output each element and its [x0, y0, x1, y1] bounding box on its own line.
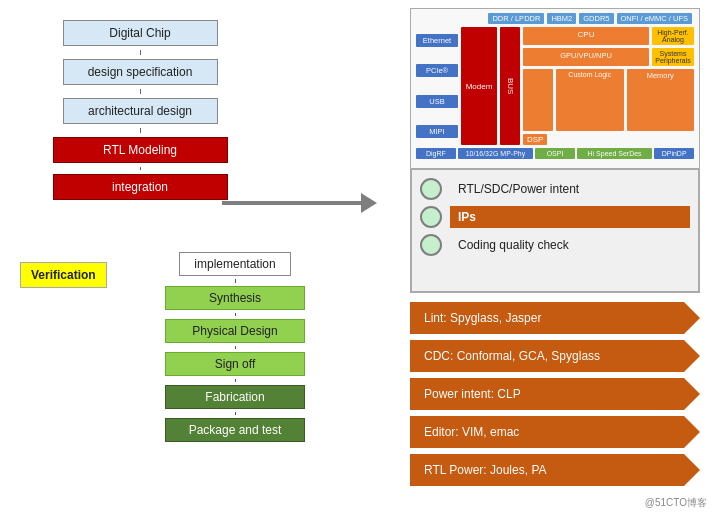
impl-package-test: Package and test — [165, 418, 305, 442]
impl-physical-design: Physical Design — [165, 319, 305, 343]
chip-modem: Modem — [461, 27, 497, 145]
rtl-panel: RTL/SDC/Power intent IPs Coding quality … — [410, 168, 700, 293]
chip-dsp-label: DSP — [523, 134, 547, 145]
chip-label-ddr: DDR / LPDDR — [488, 13, 544, 24]
chip-hiserdes: Hi Speed SerDes — [577, 148, 652, 159]
chip-gpu: GPU/VPU/NPU — [523, 48, 649, 66]
rtl-circle-1 — [420, 206, 442, 228]
chip-bus: BUS — [500, 27, 520, 145]
flow-digital-chip: Digital Chip — [63, 20, 218, 46]
chip-systems: Systems Peripherals — [652, 48, 694, 66]
chip-eth: Ethernet — [416, 34, 458, 47]
rtl-label-0: RTL/SDC/Power intent — [450, 178, 690, 200]
chip-high-perf: High-Perf. Analog — [652, 27, 694, 45]
implementation-col: implementation Synthesis Physical Design… — [155, 252, 315, 442]
rtl-row-2: Coding quality check — [420, 234, 690, 256]
chip-cpu: CPU — [523, 27, 649, 45]
right-arrows-col: Lint: Spyglass, Jasper CDC: Conformal, G… — [410, 302, 700, 486]
chip-mpphy: 10/16/32G MP-Phy — [458, 148, 533, 159]
impl-label: implementation — [179, 252, 290, 276]
impl-fabrication: Fabrication — [165, 385, 305, 409]
chip-dsp — [523, 69, 553, 131]
flow-integration: integration — [53, 174, 228, 200]
impl-synthesis: Synthesis — [165, 286, 305, 310]
flow-arch-design: architectural design — [63, 98, 218, 124]
chip-pcie: PCIe® — [416, 64, 458, 77]
impl-sign-off: Sign off — [165, 352, 305, 376]
flow-design-spec: design specification — [63, 59, 218, 85]
rtl-row-1: IPs — [420, 206, 690, 228]
main-arrow — [222, 188, 377, 218]
chip-dpindp: DPinDP — [654, 148, 694, 159]
rtl-label-2: Coding quality check — [450, 234, 690, 256]
rtl-circle-0 — [420, 178, 442, 200]
chip-memory: Memory — [627, 69, 695, 131]
chip-ospi: OSPI — [535, 148, 575, 159]
chip-diagram: DDR / LPDDR HBM2 GDDR5 ONFI / eMMC / UFS… — [410, 8, 700, 193]
arrow-lint: Lint: Spyglass, Jasper — [410, 302, 700, 334]
flow-rtl-modeling: RTL Modeling — [53, 137, 228, 163]
chip-usb: USB — [416, 95, 458, 108]
arrow-cdc: CDC: Conformal, GCA, Spyglass — [410, 340, 700, 372]
arrow-editor: Editor: VIM, emac — [410, 416, 700, 448]
chip-digrf: DigRF — [416, 148, 456, 159]
arrow-rtl-power: RTL Power: Joules, PA — [410, 454, 700, 486]
chip-label-gddr: GDDR5 — [579, 13, 613, 24]
arrow-power-intent: Power intent: CLP — [410, 378, 700, 410]
verification-box: Verification — [20, 262, 107, 288]
chip-mipi: MIPI — [416, 125, 458, 138]
chip-label-onfi: ONFI / eMMC / UFS — [617, 13, 693, 24]
chip-custom: Custom Logic — [556, 69, 624, 131]
watermark: @51CTO博客 — [645, 496, 707, 510]
left-flow: Digital Chip design specification archit… — [30, 20, 250, 200]
rtl-circle-2 — [420, 234, 442, 256]
rtl-row-0: RTL/SDC/Power intent — [420, 178, 690, 200]
rtl-label-ips: IPs — [450, 206, 690, 228]
chip-label-hbm: HBM2 — [547, 13, 576, 24]
